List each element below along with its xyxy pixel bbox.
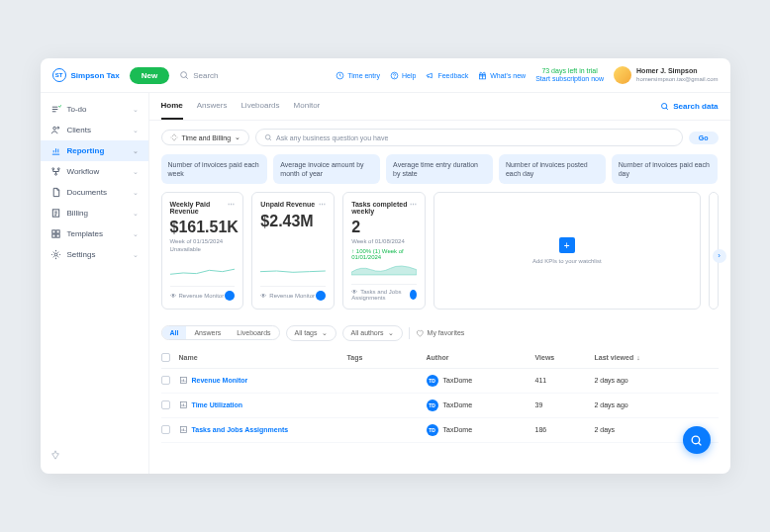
kpi-subtitle: Week of 01/08/2024 — [351, 238, 417, 246]
whats-new-label: What's new — [490, 72, 526, 79]
trial-days: 73 days left in trial — [535, 67, 604, 75]
row-last-viewed: 2 days — [595, 426, 674, 433]
megaphone-icon — [426, 71, 434, 80]
kpi-title: Tasks completed weekly — [351, 201, 410, 215]
category-dropdown[interactable]: Time and Billing ⌄ — [161, 130, 250, 145]
favorites-toggle[interactable]: My favorites — [416, 329, 465, 337]
sidebar-item-billing[interactable]: Billing⌄ — [41, 203, 148, 223]
svg-rect-14 — [55, 234, 58, 237]
row-name-link[interactable]: Tasks and Jobs Assignments — [179, 425, 347, 434]
search-placeholder: Search — [193, 71, 218, 80]
pin-toggle[interactable] — [41, 442, 148, 468]
sparkline — [170, 262, 236, 280]
help-link[interactable]: Help — [390, 71, 416, 80]
segment-liveboards[interactable]: Liveboards — [229, 326, 278, 339]
ask-input[interactable]: Ask any business question you have — [255, 129, 683, 146]
body: To-do⌄Clients⌄Reporting⌄Workflow⌄Documen… — [41, 93, 730, 474]
col-name[interactable]: Name — [179, 354, 347, 361]
sidebar-item-to-do[interactable]: To-do⌄ — [41, 99, 148, 120]
svg-point-21 — [692, 436, 700, 444]
suggestion-chip[interactable]: Number of invoices paid each week — [161, 154, 268, 184]
sidebar-item-templates[interactable]: Templates⌄ — [41, 223, 148, 244]
liveboard-icon — [179, 400, 188, 409]
favorites-label: My favorites — [428, 329, 465, 336]
kpi-footer-label: 👁Tasks and Jobs Assignments — [351, 289, 410, 301]
authors-label: All authors — [351, 329, 384, 336]
row-name-link[interactable]: Revenue Monitor — [179, 376, 347, 385]
global-search[interactable]: Search — [179, 70, 326, 80]
chevron-down-icon: ⌄ — [133, 210, 139, 218]
search-icon — [179, 70, 189, 80]
add-kpi-card[interactable]: + Add KPIs to your watchlist — [433, 192, 701, 310]
sidebar-item-documents[interactable]: Documents⌄ — [41, 182, 148, 203]
row-name-text: Tasks and Jobs Assignments — [192, 426, 289, 433]
kpi-menu-button[interactable]: ⋯ — [228, 201, 235, 215]
sidebar-item-clients[interactable]: Clients⌄ — [41, 120, 148, 140]
sidebar-item-label: Templates — [67, 229, 103, 238]
scroll-right-button[interactable]: › — [713, 249, 726, 263]
table-row: Revenue MonitorTDTaxDome4112 days ago — [161, 369, 719, 394]
suggestion-chip[interactable]: Number of invoices paid each day — [612, 154, 719, 184]
row-last-viewed: 2 days ago — [595, 401, 674, 408]
authors-dropdown[interactable]: All authors ⌄ — [342, 325, 403, 341]
col-last-label: Last viewed — [595, 354, 634, 361]
row-checkbox[interactable] — [161, 425, 170, 434]
feedback-link[interactable]: Feedback — [426, 71, 468, 80]
kpi-subtitle: Week of 01/15/2024Unavailable — [170, 238, 236, 254]
sidebar-item-workflow[interactable]: Workflow⌄ — [41, 161, 148, 182]
kpi-trend: ↑ 100% (1) Week of 01/01/2024 — [351, 248, 417, 260]
author-name: TaxDome — [443, 426, 473, 433]
time-entry-label: Time entry — [347, 72, 380, 79]
col-last-viewed[interactable]: Last viewed↓ — [595, 354, 674, 361]
liveboard-icon — [179, 376, 188, 385]
pin-icon — [50, 450, 60, 460]
gear-icon — [50, 249, 61, 260]
segment-answers[interactable]: Answers — [186, 326, 229, 339]
select-all-checkbox[interactable] — [161, 353, 170, 362]
chevron-down-icon: ⌄ — [235, 133, 241, 141]
svg-point-15 — [54, 253, 57, 256]
col-views[interactable]: Views — [535, 354, 595, 361]
row-checkbox[interactable] — [161, 376, 170, 385]
suggestion-chip[interactable]: Average time entry duration by state — [386, 154, 493, 184]
tab-home[interactable]: Home — [161, 93, 183, 120]
time-entry-link[interactable]: Time entry — [336, 71, 380, 80]
search-data-button[interactable]: Search data — [660, 102, 718, 111]
row-name-link[interactable]: Time Utilization — [179, 400, 347, 409]
svg-point-16 — [662, 104, 667, 109]
tab-monitor[interactable]: Monitor — [294, 93, 321, 120]
segment-all[interactable]: All — [162, 326, 187, 339]
sidebar-item-label: Workflow — [67, 167, 100, 176]
sidebar-item-reporting[interactable]: Reporting⌄ — [41, 140, 148, 161]
suggestion-chip[interactable]: Number of invoices posted each day — [499, 154, 606, 184]
kpi-card[interactable]: Unpaid Revenue⋯$2.43M👁Revenue Monitor — [251, 192, 335, 310]
tab-liveboards[interactable]: Liveboards — [241, 93, 279, 120]
suggestion-row: Number of invoices paid each weekAverage… — [149, 154, 730, 192]
col-author[interactable]: Author — [427, 354, 535, 361]
search-fab[interactable] — [683, 426, 711, 454]
sidebar-item-settings[interactable]: Settings⌄ — [41, 244, 148, 265]
tab-answers[interactable]: Answers — [197, 93, 228, 120]
user-menu[interactable]: Homer J. Simpson homersimpson.tax@gmail.… — [614, 66, 718, 84]
new-button[interactable]: New — [130, 67, 169, 84]
chevron-down-icon: ⌄ — [133, 251, 139, 259]
trial-status[interactable]: 73 days left in trial Start subscription… — [535, 67, 604, 84]
kpi-card[interactable]: Weekly Paid Revenue⋯$161.51KWeek of 01/1… — [161, 192, 244, 310]
chevron-down-icon: ⌄ — [133, 230, 139, 238]
kpi-menu-button[interactable]: ⋯ — [319, 201, 326, 209]
tags-dropdown[interactable]: All tags ⌄ — [286, 325, 337, 341]
svg-point-7 — [51, 168, 53, 170]
sidebar-item-label: To-do — [67, 105, 87, 114]
row-checkbox[interactable] — [161, 400, 170, 409]
whats-new-link[interactable]: What's new — [478, 71, 526, 80]
brand[interactable]: ST Simpson Tax — [52, 68, 120, 82]
go-button[interactable]: Go — [689, 132, 719, 144]
suggestion-chip[interactable]: Average invoice amount by month of year — [273, 154, 380, 184]
kpi-card[interactable]: Tasks completed weekly⋯2Week of 01/08/20… — [342, 192, 426, 310]
svg-point-17 — [265, 134, 270, 139]
svg-point-0 — [181, 72, 187, 78]
sidebar-item-label: Clients — [67, 126, 91, 134]
kpi-menu-button[interactable]: ⋯ — [410, 201, 417, 215]
kpi-value: $2.43M — [260, 213, 326, 230]
col-tags[interactable]: Tags — [347, 354, 427, 361]
